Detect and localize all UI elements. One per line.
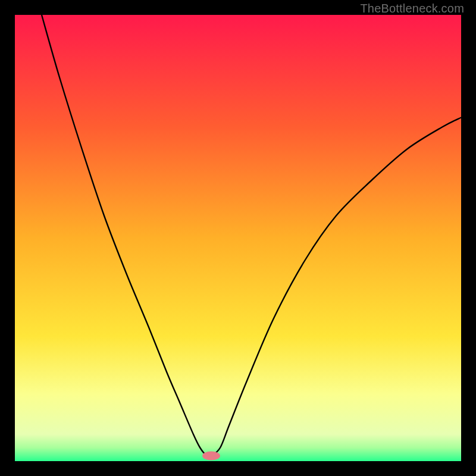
watermark-label: TheBottleneck.com [360, 2, 464, 15]
gradient-background [15, 15, 461, 461]
minimum-marker [202, 452, 220, 461]
outer-frame: TheBottleneck.com [0, 0, 476, 476]
chart-area [15, 15, 461, 461]
bottleneck-chart [15, 15, 461, 461]
